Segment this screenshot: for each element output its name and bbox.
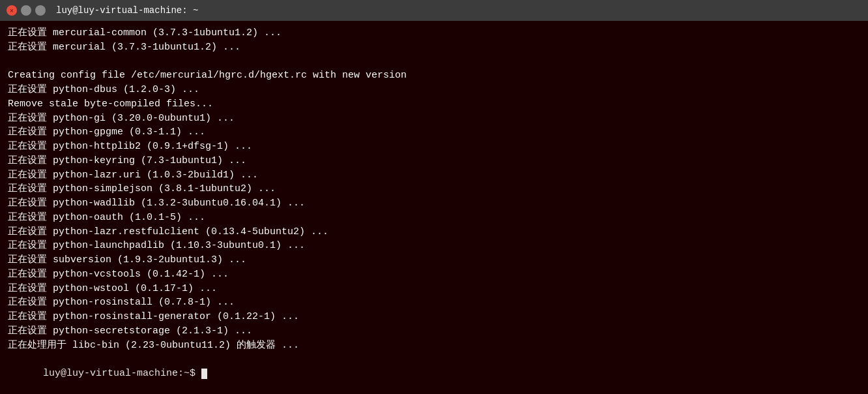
terminal-line: Creating config file /etc/mercurial/hgrc… <box>8 68 860 83</box>
minimize-button[interactable] <box>21 5 31 16</box>
window-title: luy@luy-virtual-machine: ~ <box>56 5 198 16</box>
terminal-line: 正在设置 mercurial-common (3.7.3-1ubuntu1.2)… <box>8 26 860 40</box>
terminal-line: 正在设置 python-oauth (1.0.1-5) ... <box>8 211 860 225</box>
terminal-line: 正在处理用于 libc-bin (2.23-0ubuntu11.2) 的触发器 … <box>8 339 860 353</box>
terminal-line: 正在设置 python-launchpadlib (1.10.3-3ubuntu… <box>8 239 860 253</box>
terminal-line: 正在设置 python-lazr.uri (1.0.3-2build1) ... <box>8 168 860 183</box>
cursor <box>201 369 207 379</box>
terminal-line: 正在设置 python-dbus (1.2.0-3) ... <box>8 83 860 97</box>
terminal-prompt: luy@luy-virtual-machine:~$ <box>8 352 860 394</box>
terminal-line: 正在设置 python-rosinstall-generator (0.1.22… <box>8 310 860 324</box>
terminal-line: 正在设置 python-keyring (7.3-1ubuntu1) ... <box>8 154 860 168</box>
terminal-line: 正在设置 mercurial (3.7.3-1ubuntu1.2) ... <box>8 40 860 55</box>
terminal-line: 正在设置 python-rosinstall (0.7.8-1) ... <box>8 296 860 310</box>
title-bar: × luy@luy-virtual-machine: ~ <box>0 0 868 21</box>
terminal-output: 正在设置 mercurial-common (3.7.3-1ubuntu1.2)… <box>8 26 860 352</box>
terminal-line: 正在设置 python-wstool (0.1.17-1) ... <box>8 282 860 296</box>
terminal-line: 正在设置 python-secretstorage (2.1.3-1) ... <box>8 324 860 339</box>
terminal-line: 正在设置 python-httplib2 (0.9.1+dfsg-1) ... <box>8 140 860 154</box>
terminal-line: Remove stale byte-compiled files... <box>8 97 860 112</box>
close-icon: × <box>10 7 14 14</box>
terminal-window: × luy@luy-virtual-machine: ~ 正在设置 mercur… <box>0 0 868 394</box>
maximize-button[interactable] <box>35 5 46 16</box>
prompt-text: luy@luy-virtual-machine:~$ <box>43 368 201 379</box>
terminal-line: 正在设置 python-vcstools (0.1.42-1) ... <box>8 267 860 282</box>
terminal-line: 正在设置 python-gi (3.20.0-0ubuntu1) ... <box>8 112 860 126</box>
terminal-line: 正在设置 python-simplejson (3.8.1-1ubuntu2) … <box>8 182 860 196</box>
terminal-line: 正在设置 subversion (1.9.3-2ubuntu1.3) ... <box>8 253 860 267</box>
terminal-line: 正在设置 python-wadllib (1.3.2-3ubuntu0.16.0… <box>8 196 860 211</box>
terminal-line: 正在设置 python-gpgme (0.3-1.1) ... <box>8 125 860 140</box>
close-button[interactable]: × <box>7 5 17 16</box>
terminal-line <box>8 55 860 69</box>
terminal-line: 正在设置 python-lazr.restfulclient (0.13.4-5… <box>8 225 860 239</box>
terminal-body[interactable]: 正在设置 mercurial-common (3.7.3-1ubuntu1.2)… <box>0 21 868 394</box>
window-buttons: × <box>7 5 46 16</box>
